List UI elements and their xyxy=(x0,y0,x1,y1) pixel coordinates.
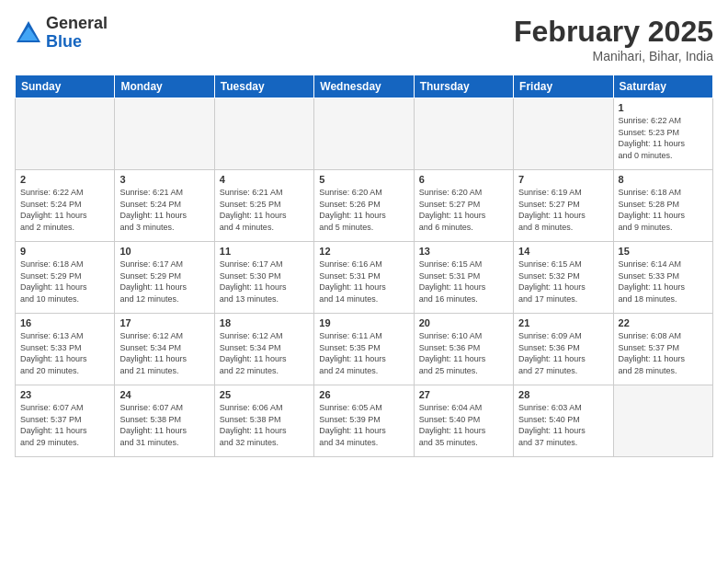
calendar-table: Sunday Monday Tuesday Wednesday Thursday… xyxy=(15,75,713,457)
day-number: 1 xyxy=(619,102,708,113)
day-number: 9 xyxy=(20,246,109,257)
calendar-week-row: 9Sunrise: 6:18 AM Sunset: 5:29 PM Daylig… xyxy=(16,242,713,314)
table-row: 12Sunrise: 6:16 AM Sunset: 5:31 PM Dayli… xyxy=(314,242,414,314)
table-row: 18Sunrise: 6:12 AM Sunset: 5:34 PM Dayli… xyxy=(214,314,313,385)
header-monday: Monday xyxy=(115,75,214,98)
day-number: 19 xyxy=(319,317,408,328)
table-row: 25Sunrise: 6:06 AM Sunset: 5:38 PM Dayli… xyxy=(214,385,313,457)
day-number: 11 xyxy=(220,246,309,257)
day-info: Sunrise: 6:07 AM Sunset: 5:38 PM Dayligh… xyxy=(119,402,209,448)
day-number: 17 xyxy=(119,317,209,328)
table-row: 9Sunrise: 6:18 AM Sunset: 5:29 PM Daylig… xyxy=(16,242,115,314)
day-number: 14 xyxy=(518,246,608,257)
day-number: 18 xyxy=(220,317,309,328)
table-row: 13Sunrise: 6:15 AM Sunset: 5:31 PM Dayli… xyxy=(414,242,513,314)
calendar-page: General Blue February 2025 Manihari, Bih… xyxy=(0,0,728,563)
table-row: 28Sunrise: 6:03 AM Sunset: 5:40 PM Dayli… xyxy=(514,385,613,457)
table-row: 26Sunrise: 6:05 AM Sunset: 5:39 PM Dayli… xyxy=(314,385,414,457)
day-info: Sunrise: 6:22 AM Sunset: 5:23 PM Dayligh… xyxy=(619,115,708,161)
day-number: 15 xyxy=(619,246,708,257)
day-info: Sunrise: 6:04 AM Sunset: 5:40 PM Dayligh… xyxy=(419,402,508,448)
day-number: 21 xyxy=(518,317,608,328)
day-info: Sunrise: 6:13 AM Sunset: 5:33 PM Dayligh… xyxy=(20,330,109,376)
day-number: 2 xyxy=(20,174,109,185)
table-row xyxy=(115,98,214,170)
table-row: 23Sunrise: 6:07 AM Sunset: 5:37 PM Dayli… xyxy=(16,385,115,457)
table-row: 11Sunrise: 6:17 AM Sunset: 5:30 PM Dayli… xyxy=(214,242,313,314)
day-number: 10 xyxy=(119,246,209,257)
day-number: 3 xyxy=(119,174,209,185)
day-info: Sunrise: 6:05 AM Sunset: 5:39 PM Dayligh… xyxy=(319,402,408,448)
table-row: 1Sunrise: 6:22 AM Sunset: 5:23 PM Daylig… xyxy=(613,98,712,170)
day-number: 20 xyxy=(419,317,508,328)
table-row xyxy=(414,98,513,170)
day-number: 13 xyxy=(419,246,508,257)
day-info: Sunrise: 6:19 AM Sunset: 5:27 PM Dayligh… xyxy=(518,187,608,233)
logo-text: General Blue xyxy=(46,15,108,52)
header-thursday: Thursday xyxy=(414,75,513,98)
month-title: February 2025 xyxy=(514,15,713,49)
day-info: Sunrise: 6:21 AM Sunset: 5:24 PM Dayligh… xyxy=(119,187,209,233)
table-row: 14Sunrise: 6:15 AM Sunset: 5:32 PM Dayli… xyxy=(514,242,613,314)
table-row xyxy=(514,98,613,170)
table-row: 24Sunrise: 6:07 AM Sunset: 5:38 PM Dayli… xyxy=(115,385,214,457)
header-sunday: Sunday xyxy=(16,75,115,98)
day-number: 22 xyxy=(619,317,708,328)
table-row: 17Sunrise: 6:12 AM Sunset: 5:34 PM Dayli… xyxy=(115,314,214,385)
day-info: Sunrise: 6:16 AM Sunset: 5:31 PM Dayligh… xyxy=(319,259,408,304)
day-number: 24 xyxy=(119,389,209,400)
table-row: 22Sunrise: 6:08 AM Sunset: 5:37 PM Dayli… xyxy=(613,314,712,385)
header-friday: Friday xyxy=(514,75,613,98)
day-info: Sunrise: 6:07 AM Sunset: 5:37 PM Dayligh… xyxy=(20,402,109,448)
logo-general: General xyxy=(46,15,108,33)
table-row: 15Sunrise: 6:14 AM Sunset: 5:33 PM Dayli… xyxy=(613,242,712,314)
table-row: 16Sunrise: 6:13 AM Sunset: 5:33 PM Dayli… xyxy=(16,314,115,385)
table-row: 19Sunrise: 6:11 AM Sunset: 5:35 PM Dayli… xyxy=(314,314,414,385)
day-number: 26 xyxy=(319,389,408,400)
logo-icon xyxy=(15,19,42,47)
day-number: 8 xyxy=(619,174,708,185)
day-number: 4 xyxy=(220,174,309,185)
day-info: Sunrise: 6:20 AM Sunset: 5:27 PM Dayligh… xyxy=(419,187,508,233)
day-info: Sunrise: 6:12 AM Sunset: 5:34 PM Dayligh… xyxy=(119,330,209,376)
day-info: Sunrise: 6:14 AM Sunset: 5:33 PM Dayligh… xyxy=(619,259,708,304)
day-info: Sunrise: 6:21 AM Sunset: 5:25 PM Dayligh… xyxy=(220,187,309,233)
calendar-week-row: 1Sunrise: 6:22 AM Sunset: 5:23 PM Daylig… xyxy=(16,98,713,170)
day-info: Sunrise: 6:20 AM Sunset: 5:26 PM Dayligh… xyxy=(319,187,408,233)
day-info: Sunrise: 6:18 AM Sunset: 5:29 PM Dayligh… xyxy=(20,259,109,304)
table-row xyxy=(613,385,712,457)
table-row: 5Sunrise: 6:20 AM Sunset: 5:26 PM Daylig… xyxy=(314,170,414,242)
day-info: Sunrise: 6:15 AM Sunset: 5:32 PM Dayligh… xyxy=(518,259,608,304)
table-row: 27Sunrise: 6:04 AM Sunset: 5:40 PM Dayli… xyxy=(414,385,513,457)
day-number: 25 xyxy=(220,389,309,400)
day-number: 27 xyxy=(419,389,508,400)
title-block: February 2025 Manihari, Bihar, India xyxy=(514,15,713,63)
day-number: 5 xyxy=(319,174,408,185)
table-row: 20Sunrise: 6:10 AM Sunset: 5:36 PM Dayli… xyxy=(414,314,513,385)
day-info: Sunrise: 6:17 AM Sunset: 5:29 PM Dayligh… xyxy=(119,259,209,304)
day-info: Sunrise: 6:03 AM Sunset: 5:40 PM Dayligh… xyxy=(518,402,608,448)
table-row xyxy=(16,98,115,170)
location: Manihari, Bihar, India xyxy=(514,49,713,63)
table-row: 4Sunrise: 6:21 AM Sunset: 5:25 PM Daylig… xyxy=(214,170,313,242)
day-info: Sunrise: 6:18 AM Sunset: 5:28 PM Dayligh… xyxy=(619,187,708,233)
table-row: 3Sunrise: 6:21 AM Sunset: 5:24 PM Daylig… xyxy=(115,170,214,242)
day-info: Sunrise: 6:12 AM Sunset: 5:34 PM Dayligh… xyxy=(220,330,309,376)
page-header: General Blue February 2025 Manihari, Bih… xyxy=(15,15,713,63)
logo-blue: Blue xyxy=(46,33,108,52)
day-number: 28 xyxy=(518,389,608,400)
table-row: 21Sunrise: 6:09 AM Sunset: 5:36 PM Dayli… xyxy=(514,314,613,385)
day-info: Sunrise: 6:22 AM Sunset: 5:24 PM Dayligh… xyxy=(20,187,109,233)
header-tuesday: Tuesday xyxy=(214,75,313,98)
day-info: Sunrise: 6:06 AM Sunset: 5:38 PM Dayligh… xyxy=(220,402,309,448)
table-row: 7Sunrise: 6:19 AM Sunset: 5:27 PM Daylig… xyxy=(514,170,613,242)
day-info: Sunrise: 6:17 AM Sunset: 5:30 PM Dayligh… xyxy=(220,259,309,304)
calendar-week-row: 2Sunrise: 6:22 AM Sunset: 5:24 PM Daylig… xyxy=(16,170,713,242)
day-info: Sunrise: 6:11 AM Sunset: 5:35 PM Dayligh… xyxy=(319,330,408,376)
table-row: 8Sunrise: 6:18 AM Sunset: 5:28 PM Daylig… xyxy=(613,170,712,242)
day-info: Sunrise: 6:15 AM Sunset: 5:31 PM Dayligh… xyxy=(419,259,508,304)
table-row: 10Sunrise: 6:17 AM Sunset: 5:29 PM Dayli… xyxy=(115,242,214,314)
day-number: 6 xyxy=(419,174,508,185)
day-number: 23 xyxy=(20,389,109,400)
header-saturday: Saturday xyxy=(613,75,712,98)
